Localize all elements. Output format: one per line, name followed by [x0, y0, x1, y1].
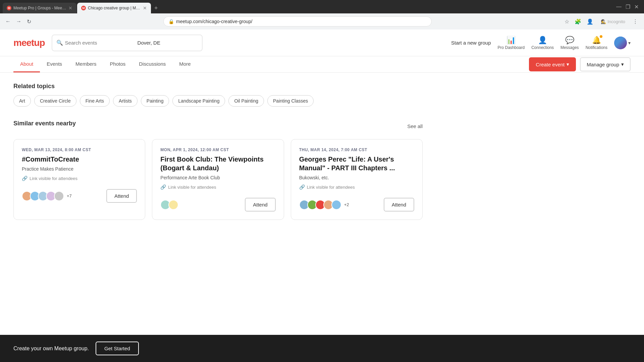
address-input[interactable]: 🔒 meetup.com/chicago-creative-group/: [163, 16, 432, 26]
attendee-avatar-4: [54, 191, 64, 201]
refresh-button[interactable]: ↻: [25, 17, 33, 26]
avatar-stack: [160, 200, 178, 210]
connections-label: Connections: [531, 45, 554, 50]
link-icon: 🔗: [22, 176, 28, 181]
new-tab-button[interactable]: +: [152, 3, 161, 13]
event-card-footer: +7 Attend: [22, 189, 137, 203]
logo-text: meetup: [13, 38, 45, 48]
events-section-header: Similar events nearby See all: [13, 120, 423, 132]
user-avatar-wrap[interactable]: ▾: [614, 37, 631, 49]
search-bar: 🔍 🔍: [52, 35, 203, 51]
event-card-footer: +2 Attend: [299, 198, 414, 212]
event-link-info: 🔗 Link visible for attendees: [299, 184, 414, 190]
topic-tags-container: ArtCreative CircleFine ArtsArtistsPainti…: [13, 95, 423, 107]
attend-button[interactable]: Attend: [245, 198, 275, 212]
event-link-info: 🔗 Link visible for attendees: [160, 184, 275, 190]
manage-group-chevron-icon: ▾: [621, 61, 624, 67]
see-all-link[interactable]: See all: [407, 123, 423, 129]
meetup-logo[interactable]: meetup: [13, 38, 45, 48]
event-date: WED, MAR 13, 2024, 8:00 AM CST: [22, 147, 137, 152]
incognito-badge: 🕵️ Incognito: [598, 18, 628, 25]
topic-tag[interactable]: Creative Circle: [34, 95, 76, 107]
header-actions: Start a new group 📊 Pro Dashboard 👤 Conn…: [451, 36, 631, 50]
topic-tag[interactable]: Fine Arts: [80, 95, 110, 107]
notifications-nav[interactable]: 🔔 Notifications: [586, 36, 607, 50]
pro-dashboard-nav[interactable]: 📊 Pro Dashboard: [497, 36, 525, 50]
attendees: +2: [299, 200, 349, 210]
start-group-link[interactable]: Start a new group: [451, 40, 491, 46]
link-icon: 🔗: [160, 184, 166, 190]
browser-actions: ☆ 🧩 👤: [562, 16, 595, 27]
avatar-image: [614, 37, 627, 49]
tab1-favicon: M: [7, 6, 11, 10]
window-controls: — ❐ ✕: [613, 4, 641, 13]
event-link-text: Link visible for attendees: [168, 185, 216, 190]
tab2-close[interactable]: ✕: [143, 5, 147, 11]
location-input[interactable]: [133, 40, 203, 46]
attendee-count: +7: [67, 193, 72, 198]
event-card: THU, MAR 14, 2024, 7:00 AM CST Georges P…: [291, 139, 423, 220]
search-input-wrap: 🔍: [52, 40, 133, 46]
attend-button[interactable]: Attend: [106, 189, 137, 203]
connections-nav[interactable]: 👤 Connections: [531, 36, 554, 50]
browser-tab-1[interactable]: M Meetup Pro | Groups - Meetup ✕: [3, 3, 76, 13]
event-card-footer: Attend: [160, 198, 275, 212]
forward-button[interactable]: →: [15, 17, 23, 26]
topic-tag[interactable]: Painting: [141, 95, 169, 107]
meetup-header: meetup 🔍 🔍 Start a new group 📊 Pro Dashb…: [0, 29, 644, 56]
manage-group-label: Manage group: [587, 62, 619, 67]
extensions-button[interactable]: 🧩: [573, 16, 583, 27]
topic-tag[interactable]: Painting Classes: [267, 95, 314, 107]
attendee-count: +2: [344, 202, 349, 207]
incognito-icon: 🕵️: [601, 19, 606, 24]
topic-tag[interactable]: Art: [13, 95, 31, 107]
attendees: +7: [22, 191, 72, 201]
user-avatar: [614, 37, 627, 49]
nav-actions: Create event ▾ Manage group ▾: [529, 57, 631, 71]
back-button[interactable]: ←: [4, 17, 12, 26]
create-event-label: Create event: [536, 62, 565, 67]
event-group: Practice Makes Patience: [22, 166, 137, 172]
related-topics-title: Related topics: [13, 83, 423, 90]
address-text: meetup.com/chicago-creative-group/: [176, 19, 427, 24]
event-card: MON, APR 1, 2024, 12:00 AM CST First Boo…: [152, 139, 284, 220]
avatar-stack: [299, 200, 341, 210]
nav-link-discussions[interactable]: Discussions: [132, 56, 172, 72]
manage-group-button[interactable]: Manage group ▾: [580, 57, 631, 71]
minimize-button[interactable]: —: [616, 4, 622, 10]
topic-tag[interactable]: Oil Painting: [228, 95, 264, 107]
messages-nav[interactable]: 💬 Messages: [560, 36, 579, 50]
search-icon: 🔍: [56, 40, 63, 46]
lock-icon: 🔒: [168, 19, 174, 24]
nav-link-about[interactable]: About: [13, 56, 40, 72]
browser-tab-2[interactable]: M Chicago creative group | Meet... ✕: [77, 3, 151, 13]
event-card: WED, MAR 13, 2024, 8:00 AM CST #CommitTo…: [13, 139, 145, 220]
nav-link-photos[interactable]: Photos: [103, 56, 132, 72]
create-event-chevron-icon: ▾: [567, 61, 569, 67]
address-bar: ← → ↻ 🔒 meetup.com/chicago-creative-grou…: [0, 13, 644, 29]
messages-label: Messages: [560, 45, 579, 50]
nav-link-members[interactable]: Members: [69, 56, 103, 72]
related-topics-section: Related topics ArtCreative CircleFine Ar…: [13, 83, 423, 107]
main-content: Related topics ArtCreative CircleFine Ar…: [0, 73, 436, 230]
event-group: Bukowski, etc.: [299, 175, 414, 180]
nav-link-more[interactable]: More: [172, 56, 197, 72]
notifications-label: Notifications: [586, 45, 607, 50]
pro-dashboard-icon: 📊: [506, 36, 516, 45]
maximize-button[interactable]: ❐: [626, 4, 630, 10]
tab1-close[interactable]: ✕: [68, 5, 72, 11]
tab2-title: Chicago creative group | Meet...: [88, 6, 141, 10]
search-input[interactable]: [65, 40, 129, 46]
close-button[interactable]: ✕: [634, 4, 639, 10]
similar-events-section: Similar events nearby See all WED, MAR 1…: [13, 120, 423, 220]
nav-link-events[interactable]: Events: [40, 56, 69, 72]
bookmark-icon[interactable]: ☆: [562, 16, 571, 27]
attend-button[interactable]: Attend: [384, 198, 414, 212]
topic-tag[interactable]: Artists: [113, 95, 138, 107]
attendee-avatar-4: [331, 200, 341, 210]
create-event-button[interactable]: Create event ▾: [529, 57, 576, 71]
menu-button[interactable]: ⋮: [631, 16, 640, 27]
topic-tag[interactable]: Landscape Painting: [172, 95, 225, 107]
profile-button[interactable]: 👤: [585, 16, 595, 27]
event-title: First Book Club: The Viewpoints (Bogart …: [160, 155, 275, 172]
